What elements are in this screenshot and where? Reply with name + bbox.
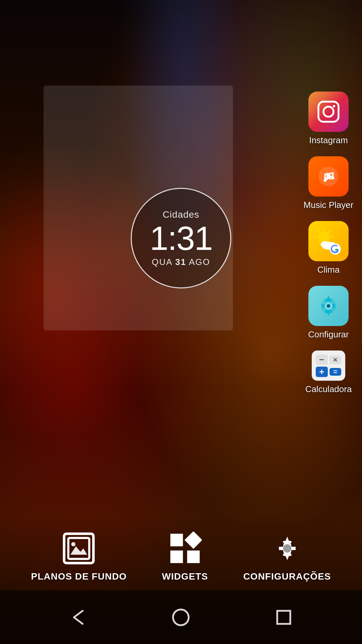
svg-line-13	[328, 230, 330, 232]
clock-date: QUA 31 AGO	[152, 257, 210, 267]
app-label-instagram: Instagram	[309, 135, 348, 146]
svg-point-5	[331, 176, 335, 179]
settings-toolbar-icon	[270, 532, 304, 565]
svg-point-21	[327, 304, 330, 308]
app-label-calculadora: Calculadora	[305, 384, 352, 394]
music-player-icon	[308, 156, 349, 197]
svg-rect-23	[68, 538, 89, 559]
svg-point-24	[71, 542, 76, 546]
clock-time: 1:31	[150, 221, 213, 255]
svg-point-4	[323, 179, 326, 182]
svg-rect-26	[184, 532, 202, 549]
sidebar: Instagram Music Player	[295, 86, 362, 399]
instagram-icon	[308, 92, 349, 132]
app-music-player[interactable]: Music Player	[297, 150, 360, 215]
svg-line-14	[318, 241, 319, 243]
app-instagram[interactable]: Instagram	[297, 86, 360, 150]
svg-rect-27	[170, 550, 183, 563]
svg-point-30	[173, 609, 189, 625]
svg-point-2	[333, 105, 335, 107]
svg-line-11	[318, 230, 319, 232]
app-label-configurar: Configurar	[308, 329, 349, 340]
app-clima[interactable]: Clima	[297, 215, 360, 280]
svg-rect-0	[318, 102, 339, 122]
svg-rect-28	[187, 550, 200, 563]
nav-home-button[interactable]	[168, 604, 194, 631]
widgets-icon	[168, 532, 202, 565]
nav-bar	[0, 590, 362, 644]
app-calculadora[interactable]: − × + = Calculadora	[297, 344, 360, 399]
clima-icon	[308, 221, 349, 261]
app-configurar[interactable]: Configurar	[297, 280, 360, 344]
toolbar-settings[interactable]: CONFIGURAÇÕES	[243, 532, 331, 582]
clock-city: Cidades	[163, 209, 199, 220]
nav-recent-button[interactable]	[270, 604, 297, 631]
bottom-toolbar: PLANOS DE FUNDO WIDGETS CONFIGURAÇÕES	[0, 532, 362, 582]
svg-rect-31	[277, 611, 290, 624]
calculator-icon: − × + =	[312, 351, 345, 381]
clock-widget[interactable]: Cidades 1:31 QUA 31 AGO	[131, 188, 231, 288]
nav-back-button[interactable]	[65, 604, 92, 631]
svg-point-1	[323, 107, 334, 117]
toolbar-wallpapers-label: PLANOS DE FUNDO	[31, 571, 127, 582]
svg-rect-25	[170, 534, 183, 546]
toolbar-wallpapers[interactable]: PLANOS DE FUNDO	[31, 532, 127, 582]
app-label-clima: Clima	[317, 265, 340, 275]
toolbar-widgets[interactable]: WIDGETS	[162, 532, 208, 582]
toolbar-widgets-label: WIDGETS	[162, 571, 208, 582]
wallpaper-icon	[62, 532, 96, 565]
settings-icon	[308, 286, 349, 326]
app-label-music: Music Player	[304, 200, 354, 210]
toolbar-settings-label: CONFIGURAÇÕES	[243, 571, 331, 582]
svg-point-29	[283, 544, 291, 553]
